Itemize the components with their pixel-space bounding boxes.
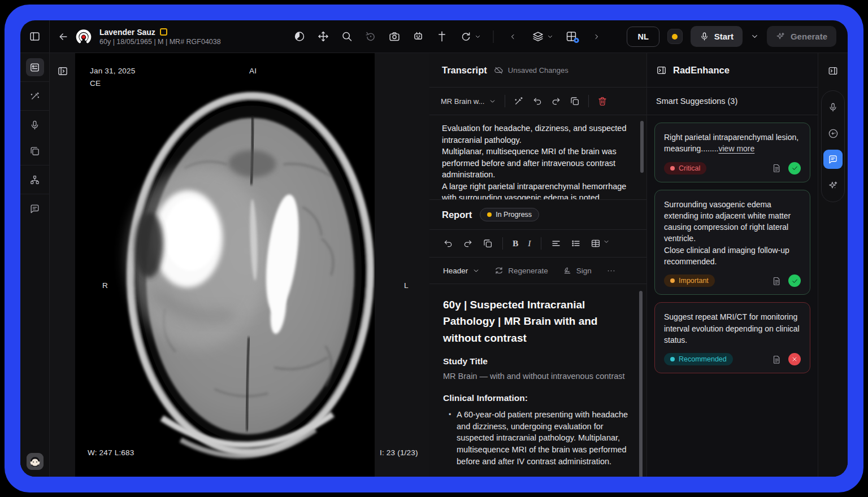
reject-suggestion-icon[interactable] — [788, 353, 801, 365]
recording-dot-icon — [672, 34, 678, 40]
suggestion-card[interactable]: Suggest repeat MRI/CT for monitoring int… — [654, 302, 810, 373]
regenerate-icon — [494, 266, 504, 275]
severity-badge: Recommended — [664, 353, 733, 365]
radenhance-panel: RadEnhance Smart Suggestions (3) Right p… — [647, 53, 818, 477]
sidebar-item-worklist[interactable] — [26, 58, 44, 76]
next-series-icon[interactable] — [589, 29, 604, 44]
prev-series-icon[interactable] — [506, 29, 520, 44]
report-editor[interactable]: 60y | Suspected Intracranial Pathology |… — [429, 284, 646, 477]
viewer-panel-toggle-icon[interactable] — [57, 66, 68, 77]
image-viewer[interactable]: Jan 31, 2025 CE AI R L W: 247 L:683 I: 2… — [50, 53, 429, 477]
signature-icon — [563, 266, 572, 275]
contrast-overlay: CE — [90, 79, 101, 88]
table-icon[interactable] — [591, 238, 610, 249]
toolbar-divider — [588, 95, 589, 107]
align-icon[interactable] — [551, 238, 561, 249]
bullet-list-icon[interactable] — [571, 238, 581, 249]
dictate-tab-mic-icon[interactable] — [823, 98, 843, 117]
insert-to-report-icon[interactable] — [772, 163, 782, 173]
contrast-icon[interactable] — [294, 30, 306, 42]
toolbar-divider — [502, 237, 503, 250]
nl-button[interactable]: NL — [627, 27, 659, 47]
redo-icon[interactable] — [463, 238, 473, 249]
magic-wand-icon[interactable] — [514, 96, 524, 106]
radenhance-title: RadEnhance — [673, 65, 730, 76]
layout-settings-icon[interactable] — [566, 30, 578, 42]
badge-dot-icon — [670, 166, 675, 171]
accept-suggestion-icon[interactable] — [788, 274, 801, 287]
sparkle-icon — [776, 32, 785, 41]
scrollbar-thumb[interactable] — [640, 121, 644, 173]
rotate-icon[interactable] — [365, 30, 377, 42]
report-title: Report — [442, 210, 472, 220]
orientation-right: L — [404, 281, 409, 290]
left-sidebar — [20, 53, 50, 477]
more-options-icon[interactable] — [606, 266, 616, 276]
toolbar-divider — [541, 237, 541, 250]
sidebar-item-templates[interactable] — [26, 142, 44, 160]
start-options-chevron-icon[interactable] — [750, 32, 759, 41]
view-more-link[interactable]: view more — [718, 144, 754, 153]
crosshair-icon[interactable] — [436, 30, 448, 42]
suggestion-card[interactable]: Right parietal intraparenchymal lesion, … — [654, 123, 810, 182]
sparkle-tab-icon[interactable] — [823, 176, 843, 195]
back-icon[interactable] — [58, 31, 69, 42]
redo-icon[interactable] — [551, 96, 561, 106]
chevron-down-icon — [472, 267, 480, 274]
pan-icon[interactable] — [318, 30, 329, 42]
badge-dot-icon — [670, 357, 675, 361]
copy-icon[interactable] — [483, 238, 493, 249]
italic-button[interactable]: I — [528, 238, 531, 249]
sidebar-item-dictation[interactable] — [26, 116, 44, 134]
layers-icon[interactable] — [532, 30, 554, 42]
suggestion-card[interactable]: Surrounding vasogenic edema extending in… — [654, 190, 810, 295]
sidebar-toggle-icon[interactable] — [29, 30, 41, 42]
mic-icon — [700, 32, 709, 41]
delete-icon[interactable] — [597, 96, 607, 106]
report-heading: 60y | Suspected Intracranial Pathology |… — [443, 297, 630, 346]
sidebar-item-comments[interactable] — [26, 199, 44, 217]
template-select[interactable]: MR Brain w... — [441, 97, 496, 106]
insert-to-report-icon[interactable] — [772, 276, 782, 286]
chat-tab-icon[interactable] — [823, 150, 843, 169]
panel-collapse-icon[interactable] — [656, 65, 667, 76]
patient-checkbox-icon[interactable] — [160, 28, 167, 36]
dicom-image[interactable] — [75, 53, 375, 477]
undo-icon[interactable] — [443, 238, 453, 249]
ai-assistant-icon[interactable] — [413, 30, 424, 42]
app-logo-icon — [75, 28, 93, 46]
screenshot-icon[interactable] — [389, 30, 401, 42]
regenerate-button[interactable]: Regenerate — [494, 266, 548, 275]
screen: Lavender Sauz 60y | 18/05/1965 | M | MR#… — [0, 0, 868, 497]
sign-button[interactable]: Sign — [563, 266, 592, 275]
start-button[interactable]: Start — [691, 26, 743, 47]
right-panel-toggle-icon[interactable] — [828, 66, 839, 76]
reset-view-icon[interactable] — [460, 30, 481, 42]
patient-name: Lavender Sauz — [99, 28, 155, 37]
undo-icon[interactable] — [532, 96, 542, 106]
patient-details: 60y | 18/05/1965 | M | MR# RGF04038 — [99, 38, 221, 46]
user-avatar[interactable] — [27, 453, 44, 470]
window-level-overlay: W: 247 L:683 — [88, 448, 134, 457]
status-dot-icon — [487, 212, 492, 217]
badge-dot-icon — [670, 278, 675, 283]
ai-enhance-tab-icon[interactable] — [823, 124, 843, 143]
right-sidebar — [818, 53, 848, 477]
clinical-info-bullet: A 60-year-old patient presenting with he… — [457, 409, 630, 467]
smart-suggestions-header: Smart Suggestions (3) — [647, 88, 818, 115]
insert-to-report-icon[interactable] — [772, 355, 782, 364]
sidebar-item-hierarchy[interactable] — [26, 171, 44, 189]
scrollbar-thumb[interactable] — [639, 291, 643, 477]
sidebar-item-ai-edit[interactable] — [26, 87, 44, 105]
header-dropdown[interactable]: Header — [443, 267, 480, 275]
accept-suggestion-icon[interactable] — [788, 162, 801, 175]
generate-button[interactable]: Generate — [767, 26, 836, 47]
recording-status-button[interactable] — [667, 29, 683, 44]
copy-icon[interactable] — [570, 96, 580, 106]
zoom-icon[interactable] — [341, 30, 353, 42]
bold-button[interactable]: B — [513, 238, 518, 249]
study-date-overlay: Jan 31, 2025 — [90, 67, 135, 75]
severity-badge: Critical — [664, 162, 706, 175]
app-window: Lavender Sauz 60y | 18/05/1965 | M | MR#… — [20, 20, 848, 477]
transcript-text[interactable]: Evaluation for headache, dizziness, and … — [429, 115, 646, 200]
